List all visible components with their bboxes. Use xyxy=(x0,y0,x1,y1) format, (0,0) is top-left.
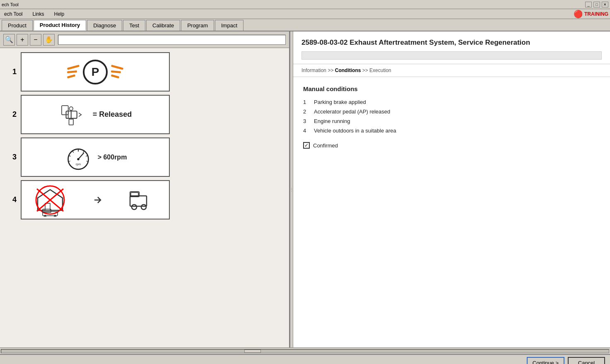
confirmed-row: ✓ Confirmed xyxy=(303,142,600,149)
svg-rect-4 xyxy=(69,119,73,125)
breadcrumb: Information >> Conditions >> Execution xyxy=(293,64,610,77)
step-2-row: 2 xyxy=(8,95,281,134)
left-panel: 🔍 + − ✋ 1 P xyxy=(0,31,290,347)
condition-2-num: 2 xyxy=(303,108,310,115)
zoom-out-button[interactable]: − xyxy=(30,34,41,46)
breadcrumb-separator-2: >> xyxy=(362,67,369,73)
panel-divider: ⋮ xyxy=(290,31,293,347)
condition-3: 3 Engine running xyxy=(303,118,600,124)
menu-ech-tool[interactable]: ech Tool xyxy=(2,10,25,18)
svg-text:rpm: rpm xyxy=(76,163,81,166)
condition-4: 4 Vehicle outdoors in a suitable area xyxy=(303,128,600,134)
procedure-title: 2589-08-03-02 Exhaust Aftertreatment Sys… xyxy=(301,38,602,47)
rpm-gauge-svg: rpm xyxy=(64,143,93,172)
menu-bar: ech Tool Links Help 🔴 TRAINING xyxy=(0,9,610,19)
condition-1: 1 Parking brake applied xyxy=(303,99,600,105)
step-1-number: 1 xyxy=(8,67,17,76)
released-text: = Released xyxy=(93,110,132,119)
main-content: 🔍 + − ✋ 1 P xyxy=(0,31,610,347)
breadcrumb-execution[interactable]: Execution xyxy=(369,67,391,73)
step-4-number: 4 xyxy=(8,195,17,204)
handbrake-svg xyxy=(59,100,88,129)
conditions-area: Manual conditions 1 Parking brake applie… xyxy=(293,77,610,347)
condition-2: 2 Accelerator pedal (AP) released xyxy=(303,108,600,115)
arrow-right-svg xyxy=(91,194,104,206)
right-panel: 2589-08-03-02 Exhaust Aftertreatment Sys… xyxy=(293,31,610,347)
zoom-fit-button[interactable]: 🔍 xyxy=(3,34,15,46)
training-badge: 🔴 TRAINING xyxy=(574,10,608,19)
step-2-content: = Released xyxy=(59,100,132,129)
svg-point-25 xyxy=(44,215,46,217)
menu-help[interactable]: Help xyxy=(52,10,67,18)
restore-button[interactable]: □ xyxy=(593,2,600,7)
step-3-row: 3 xyxy=(8,137,281,177)
cancel-button[interactable]: Cancel xyxy=(568,357,605,364)
conditions-list: 1 Parking brake applied 2 Accelerator pe… xyxy=(303,99,600,134)
condition-1-num: 1 xyxy=(303,99,310,105)
title-bar-text: ech Tool xyxy=(2,2,19,7)
spark-lines-left xyxy=(67,66,80,77)
svg-point-16 xyxy=(77,158,79,160)
condition-1-text: Parking brake applied xyxy=(314,99,366,105)
step-3-number: 3 xyxy=(8,153,17,162)
svg-point-5 xyxy=(69,106,73,110)
tab-product[interactable]: Product xyxy=(2,20,33,31)
tab-product-history[interactable]: Product History xyxy=(34,20,87,31)
right-header: 2589-08-03-02 Exhaust Aftertreatment Sys… xyxy=(293,31,610,64)
step-3-content: rpm > 600rpm xyxy=(64,143,127,172)
step-4-content xyxy=(22,183,169,217)
spark-lines-right xyxy=(111,66,123,77)
progress-bar xyxy=(301,51,602,60)
tab-calibrate[interactable]: Calibrate xyxy=(146,20,180,31)
conditions-title: Manual conditions xyxy=(303,85,600,92)
toolbar: 🔍 + − ✋ xyxy=(0,31,289,48)
tab-program[interactable]: Program xyxy=(181,20,214,31)
svg-point-30 xyxy=(132,205,137,210)
step-3-box: rpm > 600rpm xyxy=(21,137,170,177)
no-indoor-svg xyxy=(34,183,67,217)
nav-tabs: Product Product History Diagnose Test Ca… xyxy=(0,19,610,31)
title-bar-controls: _ □ ✕ xyxy=(585,2,608,7)
confirmed-label: Confirmed xyxy=(313,142,338,149)
parking-brake-icon: P xyxy=(67,60,123,84)
minimize-button[interactable]: _ xyxy=(585,2,592,7)
breadcrumb-separator-1: >> xyxy=(328,67,335,73)
truck-outdoor-svg xyxy=(128,186,157,215)
svg-line-15 xyxy=(78,153,84,159)
condition-4-num: 4 xyxy=(303,128,310,134)
step-1-box: P xyxy=(21,52,170,92)
illustration-area: 1 P xyxy=(0,48,289,347)
step-2-box: = Released xyxy=(21,95,170,134)
condition-3-num: 3 xyxy=(303,118,310,124)
step-4-row: 4 xyxy=(8,180,281,219)
pan-button[interactable]: ✋ xyxy=(43,34,55,46)
step-2-number: 2 xyxy=(8,110,17,119)
svg-point-31 xyxy=(141,205,146,210)
scroll-thumb[interactable] xyxy=(244,350,261,353)
p-circle: P xyxy=(83,60,108,84)
condition-2-text: Accelerator pedal (AP) released xyxy=(314,108,390,115)
scroll-track[interactable] xyxy=(1,349,609,353)
breadcrumb-information[interactable]: Information xyxy=(301,67,326,73)
tab-diagnose[interactable]: Diagnose xyxy=(87,20,122,31)
bottom-bar: Continue > Cancel xyxy=(0,354,610,364)
toolbar-spacer xyxy=(58,35,286,45)
close-button[interactable]: ✕ xyxy=(602,2,608,7)
continue-button[interactable]: Continue > xyxy=(527,357,564,364)
svg-rect-1 xyxy=(62,106,68,115)
menu-links[interactable]: Links xyxy=(30,10,46,18)
condition-3-text: Engine running xyxy=(314,118,350,124)
title-bar: ech Tool _ □ ✕ xyxy=(0,0,610,9)
condition-4-text: Vehicle outdoors in a suitable area xyxy=(314,128,396,134)
tab-test[interactable]: Test xyxy=(123,20,145,31)
breadcrumb-conditions[interactable]: Conditions xyxy=(335,67,361,73)
rpm-text: > 600rpm xyxy=(98,154,127,161)
svg-point-26 xyxy=(54,215,56,217)
step-4-box xyxy=(21,180,170,219)
zoom-in-button[interactable]: + xyxy=(17,34,28,46)
confirmed-checkbox[interactable]: ✓ xyxy=(303,142,310,149)
tab-impact[interactable]: Impact xyxy=(215,20,244,31)
step-1-row: 1 P xyxy=(8,52,281,92)
scroll-area xyxy=(0,347,610,354)
